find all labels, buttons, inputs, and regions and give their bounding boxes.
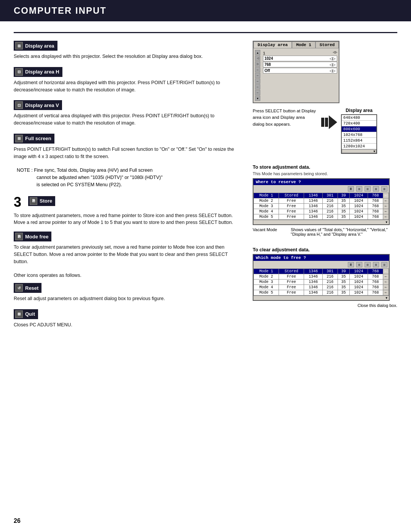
- display-area-h-icon: ⊟: [15, 68, 23, 76]
- reset-section: ↺ Reset Reset all adjust parameters on a…: [14, 283, 244, 302]
- full-screen-label: ⊞ Full screen: [14, 134, 54, 144]
- clear-mode-row-2: Mode 3 Free 1346 216 35 1024 768 ←: [254, 280, 389, 285]
- display-area-v-body: Adjustment of vertical area displayed wi…: [14, 112, 244, 127]
- store-icon: 🖹: [30, 197, 37, 205]
- thick-arrow-area: [321, 115, 337, 129]
- main-content: ⊞ Display area Selects area displayed wi…: [0, 41, 411, 335]
- mode-table-store: Mode 1 Stored 1346 301 39 1024 768 ← Mod…: [253, 193, 389, 220]
- clear-adjustment-label: To clear adjustment data.: [253, 247, 397, 252]
- reset-icon: ↺: [15, 284, 23, 292]
- full-screen-section: ⊞ Full screen Press POINT LEFT/RIGHT but…: [14, 134, 244, 160]
- right-column: Display area Mode 1 Stored ▲ ◁ ▷ ↔ ↔ ↔ ↔…: [253, 41, 397, 335]
- page-title: COMPUTER INPUT: [14, 5, 397, 16]
- reset-label: ↺ Reset: [14, 283, 41, 293]
- resolution-list: 640x480 720x400 800x600 1024x768 1152x86…: [341, 114, 377, 154]
- dialog-rows-container: 1 ◁▷ 1024 ◁▷ 768 ◁▷ Off: [263, 50, 337, 101]
- step-3-row: 3 🖹 Store: [14, 195, 244, 209]
- clear-adjustment-section: To clear adjustment data. Which mode to …: [253, 247, 397, 308]
- clear-mode-row-1: Mode 2 Free 1346 216 35 1024 768 ←: [254, 274, 389, 280]
- sidebar-icon-5: ↔: [255, 73, 260, 78]
- display-area-h-section: ⊟ Display area H Adjustment of horizonta…: [14, 67, 244, 94]
- dialog-tab-mode1: Mode 1: [292, 42, 315, 48]
- arrow-bar-2: [325, 118, 328, 127]
- quit-label: ⊠ Quit: [14, 309, 38, 319]
- dialog-row-1: 1024 ◁▷: [263, 56, 337, 61]
- clear-icon-3: ⊡: [365, 262, 371, 267]
- sidebar-icon-3: ▷: [255, 61, 260, 67]
- page-header: COMPUTER INPUT: [0, 0, 411, 21]
- display-area-icon: ⊞: [15, 42, 23, 50]
- dialog-row-3: Off ◁▷: [263, 68, 337, 73]
- store-mode-row-0: Mode 1 Stored 1346 301 39 1024 768 ←: [254, 193, 389, 198]
- clear-scrollbar: ▼: [253, 296, 389, 300]
- clear-icon-5: ⊡: [381, 262, 387, 267]
- store-bottom-captions: Vacant Mode Shows values of "Total dots,…: [253, 227, 397, 236]
- display-area-section: ⊞ Display area Selects area displayed wi…: [14, 41, 244, 60]
- mode-free-section: 🖹 Mode free To clear adjustment paramete…: [14, 232, 244, 265]
- display-area-v-label: ⊡ Display area V: [14, 100, 62, 110]
- where-to-reserve-title: Where to reserve ?: [253, 179, 389, 185]
- store-label: 🖹 Store: [28, 196, 55, 206]
- display-area-label-right: Display area: [341, 108, 377, 113]
- page-number: 26: [14, 518, 21, 524]
- mode-icon-1: Ⅲ: [348, 186, 354, 192]
- res-720x400: 720x400: [342, 121, 376, 126]
- store-vacant-label: Vacant Mode: [253, 227, 283, 236]
- where-to-reserve-dialog: Where to reserve ? Ⅲ ⊟ ⊡ ⊟ ⊡ Mode 1 Stor…: [253, 178, 390, 225]
- quit-section: ⊠ Quit Closes PC ADJUST MENU.: [14, 309, 244, 329]
- quit-body: Closes PC ADJUST MENU.: [14, 321, 244, 329]
- store-scrollbar: ▼: [253, 220, 389, 224]
- mode-icon-5: ⊡: [381, 186, 387, 192]
- sidebar-icon-8: ↔: [255, 90, 260, 95]
- mode-icon-3: ⊡: [365, 186, 371, 192]
- sidebar-icon-4: ↔: [255, 67, 260, 72]
- res-800x600: 800x600: [342, 126, 376, 132]
- display-area-label: ⊞ Display area: [14, 41, 57, 51]
- press-select-text: Press SELECT button at Display area icon…: [253, 108, 317, 128]
- step-number: 3: [14, 195, 24, 209]
- mode-icon-2: ⊟: [356, 186, 362, 192]
- display-area-dialog: Display area Mode 1 Stored ▲ ◁ ▷ ↔ ↔ ↔ ↔…: [253, 41, 339, 103]
- clear-mode-row-3: Mode 4 Free 1346 216 35 1024 768 ←: [254, 285, 389, 290]
- dialog-header: Display area Mode 1 Stored: [253, 42, 339, 48]
- left-column: ⊞ Display area Selects area displayed wi…: [14, 41, 244, 335]
- sidebar-icon-1: ▲: [255, 50, 260, 55]
- note-line1: cannot be adjusted when "1035i (HDTV)" o…: [17, 174, 244, 181]
- display-area-body: Selects area displayed with this project…: [14, 53, 244, 60]
- mode-free-icon: 🖹: [15, 233, 23, 240]
- store-adjustment-section: To store adjustment data. This Mode has …: [253, 165, 397, 236]
- clear-icon-2: ⊟: [356, 262, 362, 267]
- note-block: NOTE : Fine sync, Total dots, Display ar…: [14, 167, 244, 188]
- note-prefix: NOTE : Fine sync, Total dots, Display ar…: [17, 168, 153, 173]
- mode-icon-row: Ⅲ ⊟ ⊡ ⊟ ⊡: [253, 185, 389, 193]
- dialog-row-2: 768 ◁▷: [263, 62, 337, 67]
- scrollbar[interactable]: ▼: [342, 149, 376, 153]
- display-area-v-section: ⊡ Display area V Adjustment of vertical …: [14, 100, 244, 127]
- arrow-area: [321, 115, 337, 129]
- thick-arrow-right: [329, 115, 337, 129]
- arrow-bar-1: [321, 118, 324, 127]
- dialog-tab-stored: Stored: [315, 42, 339, 48]
- mode-free-body: To clear adjustment parameters previousl…: [14, 244, 244, 265]
- sidebar-icon-2: ◁: [255, 56, 260, 61]
- clear-icon-4: ⊟: [373, 262, 379, 267]
- store-adjustment-caption: This Mode has parameters being stored.: [253, 171, 397, 176]
- clear-bottom-caption: Close this dialog box.: [253, 303, 397, 308]
- dialog-row-0: 1 ◁▷: [263, 50, 337, 55]
- res-640x480: 640x480: [342, 115, 376, 121]
- store-mode-row-1: Mode 2 Free 1346 216 35 1024 768 ←: [254, 198, 389, 204]
- store-mode-row-4: Mode 5 Free 1346 216 35 1024 768 ←: [254, 214, 389, 220]
- store-mode-row-2: Mode 3 Free 1346 216 35 1024 768 ←: [254, 204, 389, 209]
- res-1152x864: 1152x864: [342, 138, 376, 144]
- display-area-h-label: ⊟ Display area H: [14, 67, 62, 77]
- full-screen-icon: ⊞: [15, 135, 23, 142]
- dialog-body: ▲ ◁ ▷ ↔ ↔ ↔ ↔ ↔ ▼ 1 ◁▷: [253, 48, 339, 102]
- res-1024x768: 1024x768: [342, 132, 376, 138]
- note-line2: is selected on PC SYSTEM Menu (P22).: [17, 181, 244, 189]
- sidebar-icon-9: ▼: [255, 96, 260, 101]
- sidebar-icon-7: ↔: [255, 84, 260, 89]
- store-mode-row-3: Mode 4 Free 1346 216 35 1024 768 ←: [254, 209, 389, 214]
- quit-icon: ⊠: [15, 310, 23, 318]
- store-adjustment-label: To store adjustment data.: [253, 165, 397, 170]
- mode-table-clear: Mode 1 Stored 1346 301 39 1024 768 ← Mod…: [253, 268, 389, 296]
